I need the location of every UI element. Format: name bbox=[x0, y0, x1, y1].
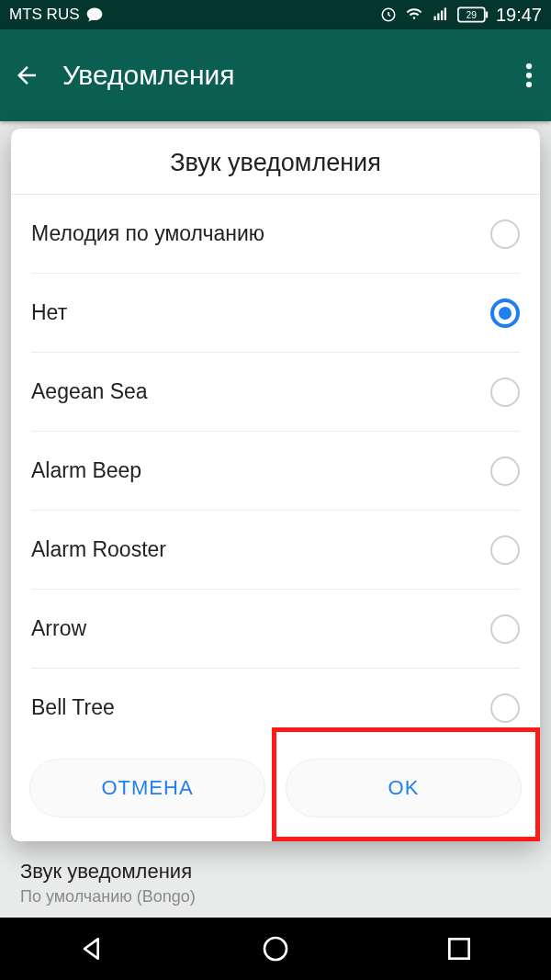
sound-option[interactable]: Alarm Beep bbox=[31, 432, 520, 511]
radio-button-icon bbox=[490, 377, 520, 407]
nav-home-button[interactable] bbox=[261, 934, 290, 963]
square-recent-icon bbox=[444, 934, 474, 963]
svg-rect-3 bbox=[441, 11, 443, 21]
svg-text:29: 29 bbox=[467, 10, 478, 20]
sound-option[interactable]: Мелодия по умолчанию bbox=[31, 195, 520, 274]
svg-rect-12 bbox=[449, 939, 468, 958]
svg-point-11 bbox=[264, 938, 287, 960]
sound-option-label: Alarm Beep bbox=[31, 458, 141, 483]
circle-home-icon bbox=[261, 934, 290, 963]
sound-option-label: Нет bbox=[31, 300, 67, 325]
sound-option[interactable]: Arrow bbox=[31, 590, 520, 669]
nav-recent-button[interactable] bbox=[444, 934, 474, 963]
sound-option[interactable]: Нет bbox=[31, 274, 520, 353]
cancel-button[interactable]: ОТМЕНА bbox=[29, 759, 265, 817]
sound-option[interactable]: Alarm Rooster bbox=[31, 511, 520, 590]
app-bar: Уведомления bbox=[0, 29, 551, 121]
setting-row-notification-sound[interactable]: Звук уведомления По умолчанию (Bongo) bbox=[0, 847, 551, 916]
ok-button[interactable]: OK bbox=[286, 759, 522, 817]
sound-option-label: Arrow bbox=[31, 616, 86, 641]
sound-option[interactable]: Aegean Sea bbox=[31, 353, 520, 432]
sound-picker-dialog: Звук уведомления Мелодия по умолчаниюНет… bbox=[11, 129, 540, 841]
overflow-menu-button[interactable] bbox=[520, 62, 538, 89]
dnd-icon bbox=[380, 6, 397, 23]
wifi-icon bbox=[404, 6, 424, 23]
svg-rect-4 bbox=[444, 8, 446, 21]
battery-indicator: 29 bbox=[457, 6, 489, 23]
sound-option-label: Bell Tree bbox=[31, 695, 115, 720]
chat-icon bbox=[85, 6, 104, 24]
setting-title: Звук уведомления bbox=[20, 860, 531, 884]
radio-button-icon bbox=[490, 535, 520, 565]
radio-button-icon bbox=[490, 220, 520, 249]
status-bar: MTS RUS 29 19:47 bbox=[0, 0, 551, 29]
svg-point-10 bbox=[526, 82, 532, 87]
dialog-actions: ОТМЕНА OK bbox=[11, 738, 540, 841]
sound-options-list[interactable]: Мелодия по умолчаниюНетAegean SeaAlarm B… bbox=[11, 195, 540, 738]
svg-point-9 bbox=[526, 73, 532, 78]
svg-point-8 bbox=[526, 63, 532, 69]
nav-back-button[interactable] bbox=[77, 934, 107, 963]
svg-rect-1 bbox=[433, 17, 435, 21]
signal-icon bbox=[432, 6, 450, 23]
radio-button-icon bbox=[490, 456, 520, 486]
more-vert-icon bbox=[525, 62, 533, 89]
sound-option-label: Мелодия по умолчанию bbox=[31, 221, 264, 246]
radio-button-icon bbox=[490, 693, 520, 723]
page-title: Уведомления bbox=[62, 60, 520, 91]
radio-button-icon bbox=[490, 614, 520, 644]
arrow-back-icon bbox=[13, 62, 40, 89]
sound-option-label: Aegean Sea bbox=[31, 379, 148, 404]
carrier-label: MTS RUS bbox=[9, 6, 80, 24]
triangle-back-icon bbox=[77, 934, 107, 963]
svg-rect-2 bbox=[437, 14, 439, 21]
back-button[interactable] bbox=[13, 62, 40, 89]
setting-subtitle: По умолчанию (Bongo) bbox=[20, 887, 531, 907]
svg-rect-6 bbox=[486, 12, 489, 18]
sound-option[interactable]: Bell Tree bbox=[31, 669, 520, 738]
system-nav-bar bbox=[0, 918, 551, 980]
radio-button-icon bbox=[490, 299, 520, 328]
dialog-title: Звук уведомления bbox=[11, 129, 540, 195]
clock: 19:47 bbox=[496, 5, 542, 26]
sound-option-label: Alarm Rooster bbox=[31, 537, 166, 562]
